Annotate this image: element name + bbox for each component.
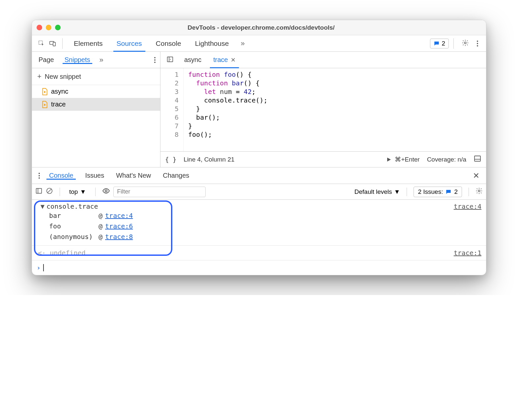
return-value: <· undefined	[38, 249, 86, 257]
divider	[407, 188, 407, 196]
log-levels-selector[interactable]: Default levels ▼	[355, 188, 400, 195]
toggle-debugger-button[interactable]	[474, 155, 481, 164]
divider	[453, 38, 454, 49]
gear-icon	[475, 187, 483, 195]
chevron-down-icon: ▼	[80, 188, 86, 195]
divider	[62, 38, 63, 49]
snippet-name: async	[51, 88, 68, 95]
drawer-tab-console[interactable]: Console	[43, 172, 79, 179]
coverage-label: Coverage: n/a	[427, 156, 466, 163]
editor-statusbar: { } Line 4, Column 21 ⌘+Enter Coverage: …	[160, 151, 486, 167]
return-source-link[interactable]: trace:1	[454, 249, 481, 257]
stack-frame: bar @ trace:4	[49, 210, 481, 221]
svg-rect-6	[475, 156, 480, 161]
panel-left-icon	[35, 187, 43, 195]
issues-badge[interactable]: 2	[430, 39, 449, 48]
panel-icon	[166, 56, 174, 63]
disclosure-triangle-icon: ▼	[41, 202, 44, 210]
console-issues-button[interactable]: 2 Issues: 2	[414, 187, 462, 197]
tab-page[interactable]: Page	[33, 56, 59, 64]
console-toolbar: top ▼ Default levels ▼ 2 Issues: 2	[32, 184, 486, 200]
svg-line-11	[48, 189, 51, 193]
snippet-file-icon	[42, 101, 48, 108]
navigator-tabs: Page Snippets »	[32, 52, 160, 68]
trace-header[interactable]: ▼ console.trace	[41, 202, 98, 210]
tab-elements[interactable]: Elements	[67, 35, 109, 51]
drawer-tab-changes[interactable]: Changes	[157, 172, 195, 179]
device-toolbar-icon[interactable]	[48, 39, 58, 48]
tab-snippets[interactable]: Snippets	[59, 56, 96, 64]
snippet-item-async[interactable]: async	[32, 85, 160, 98]
navigator-more-button[interactable]: »	[96, 56, 107, 64]
tab-lighthouse[interactable]: Lighthouse	[188, 35, 236, 51]
live-expression-button[interactable]	[102, 187, 110, 196]
plus-icon: +	[37, 72, 42, 81]
more-options-button[interactable]	[474, 41, 481, 46]
toggle-navigator-button[interactable]	[162, 56, 178, 64]
stack-link[interactable]: trace:6	[105, 222, 133, 230]
stack-link[interactable]: trace:4	[105, 212, 133, 220]
cursor-position: Line 4, Column 21	[184, 156, 234, 163]
close-tab-button[interactable]: ✕	[231, 56, 236, 64]
tab-console[interactable]: Console	[149, 35, 188, 51]
editor-tab-async[interactable]: async	[178, 52, 207, 68]
editor-tab-trace[interactable]: trace ✕	[207, 52, 241, 68]
context-selector[interactable]: top ▼	[67, 188, 89, 196]
editor-pane: async trace ✕ 1 2 3 4 5 6 7 8	[160, 52, 486, 167]
main-toolbar: Elements Sources Console Lighthouse » 2	[32, 35, 486, 52]
settings-button[interactable]	[458, 39, 472, 48]
drawer-menu-button[interactable]	[35, 173, 43, 179]
drawer: Console Issues What's New Changes ✕ top …	[32, 167, 486, 275]
stack-frame: foo @ trace:6	[49, 221, 481, 231]
drawer-tabs: Console Issues What's New Changes ✕	[32, 167, 486, 184]
console-prompt[interactable]: ›	[32, 260, 486, 275]
new-snippet-button[interactable]: + New snippet	[32, 68, 160, 85]
kebab-icon	[154, 57, 156, 63]
message-icon	[446, 189, 451, 195]
close-drawer-button[interactable]: ✕	[470, 171, 483, 180]
clear-icon	[46, 187, 53, 195]
console-output: ▼ console.trace trace:4 bar @ trace:4 fo…	[32, 200, 486, 275]
window-title: DevTools - developer.chrome.com/docs/dev…	[41, 24, 481, 31]
sources-body: Page Snippets » + New snippet async trac…	[32, 52, 486, 167]
snippet-list: async trace	[32, 85, 160, 167]
snippet-name: trace	[51, 101, 66, 108]
drawer-tab-issues[interactable]: Issues	[79, 172, 110, 179]
pretty-print-button[interactable]: { }	[165, 156, 176, 163]
kebab-icon	[477, 41, 478, 46]
panel-bottom-icon	[474, 155, 481, 163]
tab-sources[interactable]: Sources	[110, 35, 149, 51]
eye-icon	[102, 187, 110, 195]
stack-link[interactable]: trace:8	[105, 233, 133, 241]
console-settings-button[interactable]	[475, 187, 483, 196]
run-snippet-button[interactable]: ⌘+Enter	[386, 156, 420, 163]
trace-source-link[interactable]: trace:4	[454, 202, 481, 210]
code-content: function foo() { function bar() { let nu…	[184, 68, 268, 151]
editor-tabs: async trace ✕	[178, 52, 242, 68]
console-filter-input[interactable]	[113, 187, 206, 197]
devtools-window: DevTools - developer.chrome.com/docs/dev…	[32, 20, 486, 275]
navigator-menu-button[interactable]	[151, 57, 159, 63]
clear-console-button[interactable]	[46, 187, 53, 196]
gear-icon	[462, 39, 469, 46]
stack-trace: bar @ trace:4 foo @ trace:6 (anonymous) …	[41, 210, 481, 242]
console-trace-entry: ▼ console.trace trace:4 bar @ trace:4 fo…	[32, 200, 486, 246]
svg-rect-8	[36, 189, 42, 194]
kebab-icon	[39, 173, 40, 179]
issues-count: 2	[442, 40, 445, 47]
divider	[469, 188, 469, 196]
new-snippet-label: New snippet	[45, 73, 81, 80]
line-gutter: 1 2 3 4 5 6 7 8	[160, 68, 184, 151]
console-sidebar-toggle[interactable]	[35, 187, 43, 196]
svg-point-13	[478, 190, 480, 192]
navigator-pane: Page Snippets » + New snippet async trac…	[32, 52, 160, 167]
prompt-caret-icon: ›	[37, 264, 41, 272]
divider	[60, 188, 60, 196]
snippet-item-trace[interactable]: trace	[32, 98, 160, 111]
drawer-tab-whatsnew[interactable]: What's New	[110, 172, 157, 179]
main-tabs: Elements Sources Console Lighthouse	[67, 35, 235, 51]
more-tabs-button[interactable]: »	[237, 39, 248, 48]
code-editor[interactable]: 1 2 3 4 5 6 7 8 function foo() { functio…	[160, 68, 486, 151]
editor-tabbar: async trace ✕	[160, 52, 486, 68]
inspect-element-icon[interactable]	[37, 39, 46, 48]
